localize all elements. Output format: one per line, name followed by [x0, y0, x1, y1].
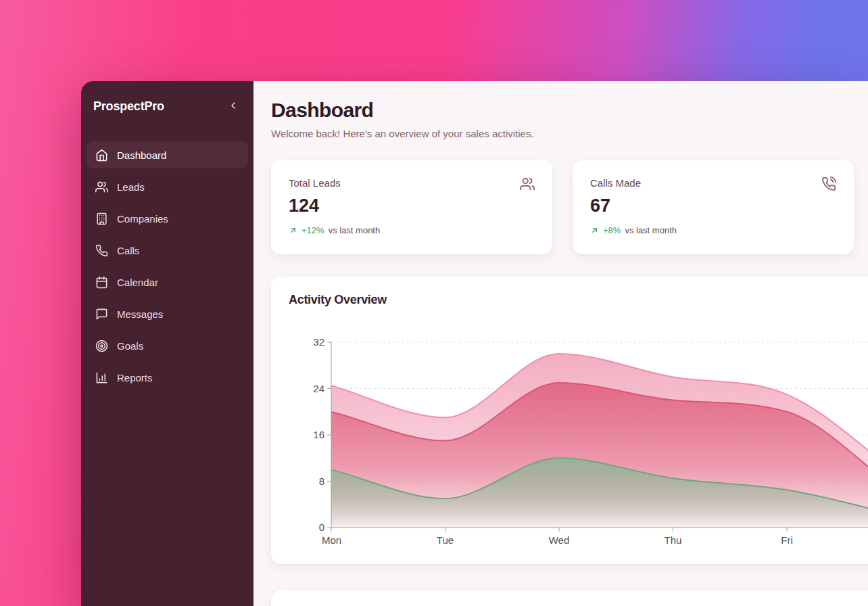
stat-change: +12% — [302, 225, 324, 235]
stat-change: +8% — [603, 225, 621, 235]
stat-value: 124 — [289, 195, 535, 216]
svg-text:Mon: Mon — [322, 534, 341, 546]
svg-text:32: 32 — [313, 336, 324, 348]
building-icon — [95, 212, 108, 225]
sidebar-item-label: Calendar — [117, 277, 158, 288]
stat-trend: +8% vs last month — [590, 225, 836, 235]
stat-change-note: vs last month — [329, 225, 381, 235]
sidebar-item-companies[interactable]: Companies — [87, 205, 248, 232]
sidebar-item-label: Dashboard — [117, 149, 166, 161]
sidebar-item-calls[interactable]: Calls — [87, 237, 248, 264]
sidebar-item-goals[interactable]: Goals — [87, 332, 248, 359]
stat-value: 67 — [590, 195, 836, 216]
stat-label: Total Leads — [289, 177, 535, 189]
main-content: Dashboard Welcome back! Here's an overvi… — [254, 81, 868, 606]
sidebar-item-label: Messages — [117, 308, 163, 320]
svg-text:16: 16 — [313, 429, 324, 440]
sidebar-collapse-button[interactable] — [226, 99, 240, 114]
bar-chart-icon — [95, 371, 108, 384]
page-title: Dashboard — [271, 99, 868, 122]
sidebar: ProspectPro Dashboard Leads Companies — [81, 81, 254, 606]
svg-text:Tue: Tue — [437, 534, 454, 546]
svg-text:Thu: Thu — [665, 534, 682, 546]
app-logo-text: ProspectPro — [93, 99, 164, 114]
trend-up-icon — [289, 226, 297, 235]
sidebar-item-label: Companies — [117, 213, 168, 225]
phone-call-icon — [821, 177, 836, 191]
sidebar-nav: Dashboard Leads Companies Calls Calendar… — [81, 141, 254, 396]
sidebar-header: ProspectPro — [81, 81, 254, 114]
sidebar-item-label: Goals — [117, 340, 143, 352]
stat-card-total-leads: Total Leads 124 +12% vs last month — [271, 160, 552, 254]
sidebar-item-leads[interactable]: Leads — [87, 173, 248, 200]
stat-change-note: vs last month — [625, 225, 677, 235]
svg-text:8: 8 — [319, 475, 324, 487]
svg-text:0: 0 — [319, 521, 324, 533]
users-icon — [95, 181, 108, 193]
users-icon — [520, 177, 535, 191]
stat-trend: +12% vs last month — [289, 225, 535, 235]
phone-icon — [95, 244, 108, 257]
svg-text:Fri: Fri — [781, 534, 793, 546]
sidebar-item-label: Calls — [117, 245, 139, 256]
calendar-icon — [95, 276, 108, 289]
message-square-icon — [95, 308, 108, 321]
chevron-left-icon — [228, 100, 239, 113]
sidebar-item-label: Leads — [117, 181, 145, 193]
sidebar-item-reports[interactable]: Reports — [87, 364, 248, 391]
svg-text:Wed: Wed — [549, 534, 570, 546]
activity-overview-card: Activity Overview 08162432MonTueWedThuFr… — [271, 277, 868, 564]
sidebar-item-calendar[interactable]: Calendar — [87, 269, 248, 296]
home-icon — [95, 149, 108, 162]
sidebar-item-label: Reports — [117, 372, 153, 383]
next-section-card — [271, 590, 868, 606]
target-icon — [95, 340, 108, 352]
activity-area-chart: 08162432MonTueWedThuFri — [271, 277, 868, 564]
trend-up-icon — [590, 226, 599, 235]
stat-card-calls-made: Calls Made 67 +8% vs last month — [573, 160, 854, 254]
stats-row: Total Leads 124 +12% vs last month Calls… — [271, 160, 868, 254]
app-window: ProspectPro Dashboard Leads Companies — [81, 81, 868, 606]
sidebar-item-dashboard[interactable]: Dashboard — [87, 141, 248, 168]
page-subtitle: Welcome back! Here's an overview of your… — [271, 128, 868, 139]
svg-text:24: 24 — [313, 383, 324, 394]
stat-label: Calls Made — [590, 177, 836, 189]
sidebar-item-messages[interactable]: Messages — [87, 300, 248, 327]
